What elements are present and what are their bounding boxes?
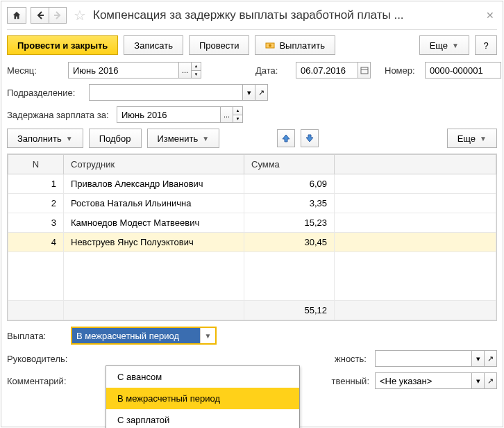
pick-button[interactable]: Подбор bbox=[89, 129, 142, 148]
employee-table: N Сотрудник Сумма 1 Привалов Александр И… bbox=[7, 154, 497, 321]
col-n-header[interactable]: N bbox=[8, 155, 64, 174]
window-title: Компенсация за задержку выплаты заработн… bbox=[93, 8, 479, 22]
department-open-icon[interactable]: ↗ bbox=[255, 84, 268, 101]
forward-button[interactable] bbox=[49, 7, 67, 24]
svg-rect-4 bbox=[361, 67, 368, 74]
position-input[interactable] bbox=[375, 350, 472, 367]
total-amount: 55,12 bbox=[244, 301, 335, 320]
favorite-star-icon[interactable]: ☆ bbox=[71, 7, 89, 24]
dropdown-item-interpay[interactable]: В межрасчетный период bbox=[106, 388, 299, 409]
responsible-label: твенный: bbox=[331, 376, 369, 386]
responsible-open-icon[interactable]: ↗ bbox=[485, 372, 497, 389]
dropdown-item-salary[interactable]: С зарплатой bbox=[106, 409, 299, 428]
chevron-down-icon: ▼ bbox=[480, 135, 487, 142]
payment-selected: В межрасчетный период bbox=[72, 328, 200, 343]
department-caret[interactable]: ▾ bbox=[243, 84, 255, 101]
calendar-icon bbox=[360, 66, 369, 74]
main-toolbar: Провести и закрыть Записать Провести Вып… bbox=[7, 35, 497, 55]
chevron-down-icon: ▼ bbox=[452, 42, 459, 49]
edit-button[interactable]: Изменить ▼ bbox=[147, 129, 220, 148]
chevron-down-icon[interactable]: ▼ bbox=[200, 328, 215, 343]
date-input[interactable] bbox=[296, 62, 358, 79]
month-input[interactable] bbox=[68, 62, 179, 79]
move-down-button[interactable] bbox=[301, 129, 319, 147]
table-row[interactable]: 1 Привалов Александр Иванович 6,09 bbox=[8, 174, 496, 194]
nav-group bbox=[31, 7, 67, 24]
comment-label: Комментарий: bbox=[7, 376, 76, 386]
table-header-row: N Сотрудник Сумма bbox=[8, 155, 496, 174]
home-icon bbox=[12, 10, 22, 20]
dropdown-item-advance[interactable]: С авансом bbox=[106, 366, 299, 388]
col-employee-header[interactable]: Сотрудник bbox=[64, 155, 244, 174]
table-more-button[interactable]: Еще ▼ bbox=[447, 129, 497, 148]
titlebar: ☆ Компенсация за задержку выплаты зарабо… bbox=[7, 7, 497, 30]
number-input[interactable] bbox=[425, 62, 501, 79]
col-empty-header bbox=[335, 155, 496, 174]
manager-label: Руководитель: bbox=[7, 354, 76, 364]
payment-dropdown: С авансом В межрасчетный период С зарпла… bbox=[106, 365, 300, 428]
month-label: Месяц: bbox=[7, 65, 42, 76]
payout-label: Выплатить bbox=[279, 40, 325, 51]
fill-button[interactable]: Заполнить ▼ bbox=[7, 129, 83, 148]
delayed-input[interactable] bbox=[117, 106, 221, 123]
chevron-down-icon: ▼ bbox=[66, 135, 73, 142]
payment-select[interactable]: В межрасчетный период ▼ bbox=[71, 327, 217, 345]
table-empty-row bbox=[8, 252, 496, 301]
department-label: Подразделение: bbox=[7, 88, 83, 98]
delayed-label: Задержана зарплата за: bbox=[7, 110, 111, 120]
position-open-icon[interactable]: ↗ bbox=[485, 350, 497, 367]
calendar-button[interactable] bbox=[358, 62, 371, 79]
month-spinner[interactable]: ▲▼ bbox=[192, 62, 201, 79]
arrow-down-icon bbox=[305, 133, 314, 143]
help-button[interactable]: ? bbox=[475, 35, 497, 55]
ellipsis-button[interactable]: ... bbox=[179, 62, 192, 79]
arrow-left-icon bbox=[36, 11, 44, 19]
more-label: Еще bbox=[430, 40, 448, 51]
submit-button[interactable]: Провести bbox=[189, 35, 250, 55]
table-more-label: Еще bbox=[457, 133, 476, 144]
arrow-up-icon bbox=[281, 133, 291, 143]
table-footer-row: 55,12 bbox=[8, 301, 496, 320]
responsible-input[interactable] bbox=[375, 372, 472, 389]
delayed-spinner[interactable]: ▲▼ bbox=[233, 106, 243, 123]
table-row[interactable]: 4 Невструев Янус Полуэктович 30,45 bbox=[8, 233, 496, 252]
more-button[interactable]: Еще ▼ bbox=[419, 35, 469, 55]
col-amount-header[interactable]: Сумма bbox=[244, 155, 335, 174]
close-icon[interactable]: ✕ bbox=[483, 10, 497, 21]
table-row[interactable]: 3 Камноедов Модест Матвеевич 15,23 bbox=[8, 213, 496, 233]
responsible-caret[interactable]: ▾ bbox=[472, 372, 485, 389]
edit-label: Изменить bbox=[158, 133, 199, 144]
date-label: Дата: bbox=[255, 65, 290, 76]
chevron-down-icon: ▼ bbox=[202, 135, 209, 142]
position-label: жность: bbox=[335, 354, 369, 364]
save-button[interactable]: Записать bbox=[124, 35, 183, 55]
home-button[interactable] bbox=[7, 7, 26, 24]
move-up-button[interactable] bbox=[277, 129, 295, 147]
number-label: Номер: bbox=[385, 65, 419, 76]
svg-point-3 bbox=[269, 44, 271, 47]
money-icon bbox=[265, 40, 275, 50]
back-button[interactable] bbox=[31, 7, 49, 24]
table-row[interactable]: 2 Ростова Наталья Ильинична 3,35 bbox=[8, 194, 496, 213]
submit-close-button[interactable]: Провести и закрыть bbox=[7, 35, 118, 55]
position-caret[interactable]: ▾ bbox=[472, 350, 485, 367]
payment-label: Выплата: bbox=[7, 331, 56, 341]
payout-button[interactable]: Выплатить bbox=[255, 35, 335, 55]
arrow-right-icon bbox=[53, 11, 62, 19]
department-input[interactable] bbox=[89, 84, 243, 101]
ellipsis-button[interactable]: ... bbox=[221, 106, 233, 123]
fill-label: Заполнить bbox=[17, 133, 62, 144]
